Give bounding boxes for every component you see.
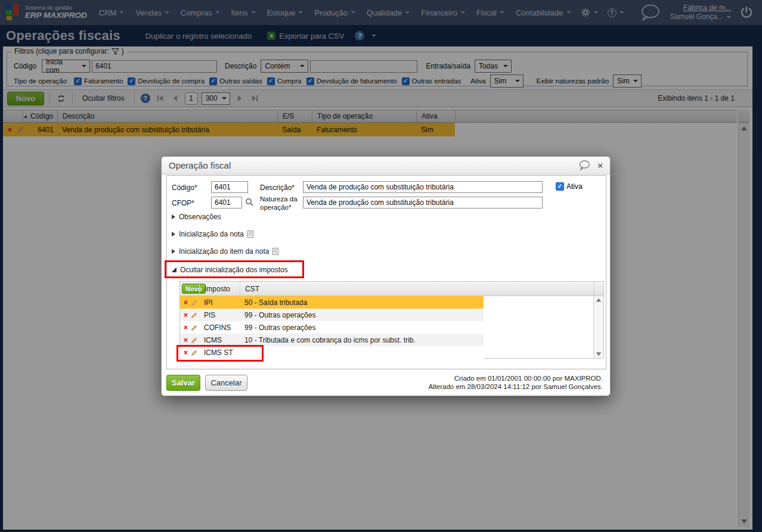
tax-row-cofins[interactable]: × COFINS 99 - Outras operações bbox=[180, 321, 594, 334]
chevron-right-icon bbox=[172, 249, 175, 254]
app-window: Sistema de gestão ERP MAXIPROD CRM Venda… bbox=[0, 0, 762, 532]
chevron-expanded-icon bbox=[172, 267, 176, 272]
pencil-icon bbox=[191, 337, 198, 344]
pencil-icon bbox=[191, 312, 198, 319]
section-ocultar-impostos[interactable]: Ocultar inicialização dos impostos bbox=[172, 266, 288, 274]
modal-natureza-label: Natureza da operação* bbox=[260, 195, 304, 212]
tax-grid: Novo Imposto CST × IPI 50 - Saída tribut… bbox=[179, 281, 604, 359]
cell-imposto: ICMS ST bbox=[204, 346, 233, 359]
edit-row-icon[interactable] bbox=[191, 296, 198, 309]
tax-header-cst[interactable]: CST bbox=[240, 282, 594, 295]
cell-imposto: COFINS bbox=[204, 321, 231, 334]
operacao-fiscal-modal: Operação fiscal × Código* Descrição* ✓At… bbox=[161, 156, 611, 396]
cell-imposto: ICMS bbox=[204, 334, 222, 346]
cancelar-button[interactable]: Cancelar bbox=[205, 375, 247, 391]
cell-cst: 10 - Tributada e com cobrança do icms po… bbox=[244, 334, 416, 346]
document-icon bbox=[272, 248, 278, 255]
modal-cfop-label: CFOP* bbox=[172, 199, 194, 207]
tax-header-imposto[interactable]: Imposto bbox=[199, 282, 240, 295]
document-icon bbox=[247, 231, 253, 238]
pencil-icon bbox=[191, 324, 198, 331]
modal-titlebar: Operação fiscal × bbox=[162, 157, 610, 175]
chat-bubble-icon[interactable] bbox=[578, 160, 590, 170]
section-inicializacao-item-nota[interactable]: Inicialização do item da nota bbox=[172, 247, 278, 256]
record-timestamps: Criado em 01/01/2001 00:00:00 por MAXIPR… bbox=[428, 374, 603, 391]
pencil-icon bbox=[191, 349, 198, 356]
close-icon[interactable]: × bbox=[597, 161, 603, 170]
edit-row-icon[interactable] bbox=[191, 309, 198, 321]
edit-row-icon[interactable] bbox=[191, 334, 198, 346]
pencil-icon bbox=[191, 299, 198, 306]
scroll-up-icon[interactable] bbox=[596, 298, 602, 302]
modal-natureza-input[interactable] bbox=[303, 197, 543, 209]
salvar-button[interactable]: Salvar bbox=[166, 375, 200, 391]
cell-cst: 99 - Outras operações bbox=[244, 321, 315, 334]
tax-row-icms-st[interactable]: × ICMS ST bbox=[180, 346, 594, 359]
tax-row-ipi[interactable]: × IPI 50 - Saída tributada bbox=[180, 296, 594, 309]
cell-cst: 50 - Saída tributada bbox=[244, 296, 307, 309]
cfop-lookup-button[interactable] bbox=[245, 198, 254, 209]
cell-imposto: IPI bbox=[204, 296, 213, 309]
delete-row-icon[interactable]: × bbox=[184, 296, 188, 309]
modal-codigo-label: Código* bbox=[172, 183, 197, 192]
modal-ativa-checkbox[interactable]: ✓Ativa bbox=[556, 182, 583, 191]
edit-row-icon[interactable] bbox=[191, 321, 198, 334]
chevron-right-icon bbox=[172, 214, 175, 219]
checkbox-checked-icon: ✓ bbox=[556, 182, 564, 191]
delete-row-icon[interactable]: × bbox=[184, 309, 188, 321]
altered-stamp: Alterado em 28/03/2024 14:11:12 por Samu… bbox=[428, 382, 603, 391]
created-stamp: Criado em 01/01/2001 00:00:00 por MAXIPR… bbox=[428, 374, 603, 382]
cell-imposto: PIS bbox=[204, 309, 215, 321]
section-observacoes[interactable]: Observações bbox=[172, 213, 221, 221]
modal-cfop-input[interactable] bbox=[211, 197, 242, 209]
magnifier-icon bbox=[245, 198, 254, 207]
modal-descricao-label: Descrição* bbox=[260, 183, 295, 192]
modal-codigo-input[interactable] bbox=[211, 181, 248, 193]
modal-title: Operação fiscal bbox=[169, 160, 231, 170]
delete-row-icon[interactable]: × bbox=[184, 334, 188, 346]
delete-row-icon[interactable]: × bbox=[184, 346, 188, 359]
edit-row-icon[interactable] bbox=[191, 346, 198, 359]
scroll-down-icon[interactable] bbox=[596, 353, 602, 356]
delete-row-icon[interactable]: × bbox=[184, 321, 188, 334]
cell-cst: 99 - Outras operações bbox=[244, 309, 315, 321]
modal-descricao-input[interactable] bbox=[303, 181, 543, 193]
chevron-right-icon bbox=[172, 232, 175, 237]
modal-form: Código* Descrição* ✓Ativa CFOP* Natureza… bbox=[166, 175, 606, 369]
tax-row-icms[interactable]: × ICMS 10 - Tributada e com cobrança do … bbox=[180, 334, 594, 346]
section-inicializacao-nota[interactable]: Inicialização da nota bbox=[172, 230, 253, 238]
tax-grid-header: Novo Imposto CST bbox=[180, 282, 603, 296]
tax-row-pis[interactable]: × PIS 99 - Outras operações bbox=[180, 309, 594, 321]
tax-grid-scrollbar[interactable] bbox=[593, 296, 603, 358]
